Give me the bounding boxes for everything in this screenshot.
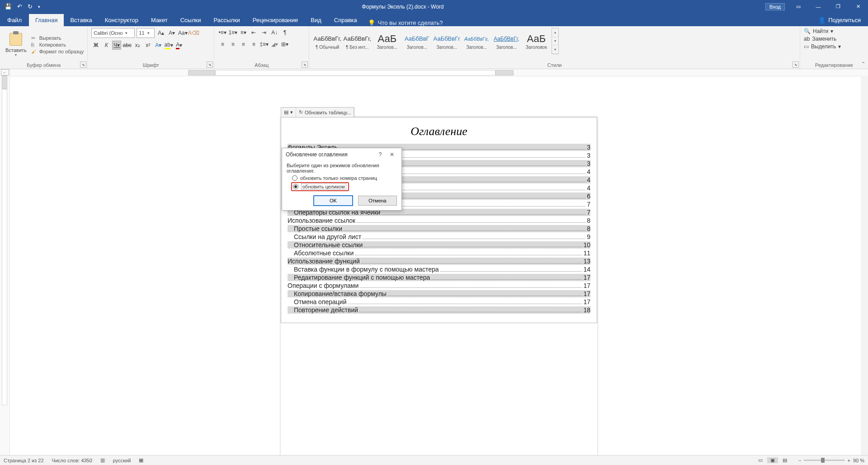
toc-line[interactable]: Использование ссылок8 [288, 217, 590, 224]
status-words[interactable]: Число слов: 4350 [52, 458, 92, 463]
font-size-select[interactable]: 11▾ [137, 28, 155, 38]
radio-update-page-numbers[interactable]: обновить только номера страниц [292, 175, 397, 181]
styles-gallery[interactable]: АаБбВвГг,¶ Обычный АаБбВвГг,¶ Без инт...… [313, 28, 796, 54]
numbering-button[interactable]: 1≡▾ [228, 28, 237, 37]
radio-update-entire[interactable]: обновить целиком [291, 182, 349, 191]
paste-dropdown-icon[interactable]: ▾ [15, 53, 17, 57]
tab-help[interactable]: Справка [328, 14, 363, 26]
ribbon-display-icon[interactable]: ▭ [788, 0, 808, 13]
minimize-icon[interactable]: — [808, 0, 828, 13]
bullets-button[interactable]: •≡▾ [218, 28, 227, 37]
underline-button[interactable]: Ч▾ [112, 41, 121, 50]
undo-icon[interactable]: ↶ [17, 3, 22, 10]
tab-review[interactable]: Рецензирование [246, 14, 304, 26]
tab-home[interactable]: Главная [29, 14, 64, 26]
redo-icon[interactable]: ↻ [28, 3, 33, 10]
ok-button[interactable]: OK [314, 196, 353, 206]
font-launcher-icon[interactable]: ⬊ [207, 61, 213, 68]
show-marks-button[interactable]: ¶ [280, 28, 289, 37]
font-name-select[interactable]: Calibri (Осно▾ [91, 28, 135, 38]
line-spacing-button[interactable]: ‡≡▾ [259, 40, 269, 49]
paragraph-launcher-icon[interactable]: ⬊ [302, 61, 308, 68]
strikethrough-button[interactable]: abc [123, 41, 132, 50]
web-layout-icon[interactable]: ▤ [779, 457, 790, 463]
toc-line[interactable]: Вставка функции в формулу с помощью маст… [288, 266, 590, 273]
replace-button[interactable]: abЗаменить [804, 36, 864, 42]
superscript-button[interactable]: x² [143, 41, 152, 50]
clipboard-launcher-icon[interactable]: ⬊ [80, 61, 86, 68]
styles-scroll[interactable]: ▴▾▾ [552, 28, 559, 54]
toc-menu-button[interactable]: ▤▾ [281, 108, 296, 117]
status-page[interactable]: Страница 2 из 22 [4, 458, 44, 463]
justify-button[interactable]: ≡ [249, 40, 258, 49]
paste-button[interactable]: Вставить ▾ [4, 28, 28, 61]
italic-button[interactable]: К [102, 41, 111, 50]
tab-selector[interactable]: ⌐ [1, 69, 9, 75]
zoom-out-button[interactable]: − [798, 458, 801, 463]
change-case-button[interactable]: Aa▾ [178, 28, 187, 38]
style-heading-2[interactable]: АаБбВвГЗаголов... [402, 28, 431, 54]
zoom-slider[interactable] [804, 460, 844, 461]
styles-more-icon[interactable]: ▾ [552, 45, 558, 54]
toc-line[interactable]: Относительные ссылки10 [288, 241, 590, 249]
bold-button[interactable]: Ж [91, 41, 100, 50]
increase-indent-button[interactable]: ⇥ [259, 28, 269, 37]
tab-layout[interactable]: Макет [145, 14, 174, 26]
document-area[interactable]: ▤▾ ↻Обновить таблицу... Оглавление Форму… [10, 76, 868, 455]
style-no-spacing[interactable]: АаБбВвГг,¶ Без инт... [343, 28, 372, 54]
toc-line[interactable]: Отмена операций17 [288, 298, 590, 305]
macro-icon[interactable]: ▦ [139, 457, 143, 463]
toc-line[interactable]: Повторение действий18 [288, 306, 590, 314]
tell-me-search[interactable]: 💡 Что вы хотите сделать? [368, 19, 443, 26]
align-right-button[interactable]: ≡ [239, 40, 248, 49]
multilevel-button[interactable]: ≡▾ [239, 28, 248, 37]
toc-line[interactable]: Ссылки на другой лист9 [288, 233, 590, 240]
login-button[interactable]: Вход [765, 3, 785, 10]
styles-launcher-icon[interactable]: ⬊ [793, 61, 799, 68]
tab-insert[interactable]: Вставка [64, 14, 98, 26]
toc-line[interactable]: Абсолютные ссылки11 [288, 249, 590, 257]
zoom-value[interactable]: 90 % [853, 458, 864, 463]
collapse-ribbon-icon[interactable]: ⌃ [861, 61, 865, 67]
close-icon[interactable]: ✕ [848, 0, 868, 13]
style-heading-4[interactable]: АаБбВвГг,Заголов... [462, 28, 491, 54]
chevron-down-icon[interactable]: ▾ [552, 37, 558, 46]
toc-line[interactable]: Редактирование функций с помощью мастера… [288, 274, 590, 281]
read-mode-icon[interactable]: ▭ [755, 457, 766, 463]
shading-button[interactable]: ◢▾ [270, 40, 279, 49]
style-heading-3[interactable]: АаБбВвГгЗаголов... [432, 28, 461, 54]
dialog-close-icon[interactable]: ✕ [386, 151, 398, 158]
text-effects-button[interactable]: A▾ [154, 41, 163, 50]
toc-line[interactable]: Операции с формулами17 [288, 282, 590, 289]
style-title[interactable]: АаБЗаголовок [522, 28, 551, 54]
spellcheck-icon[interactable]: ▥ [100, 457, 105, 463]
borders-button[interactable]: ⊞▾ [280, 40, 289, 49]
style-heading-5[interactable]: АаБбВвГг,Заголов... [492, 28, 521, 54]
tab-file[interactable]: Файл [0, 14, 29, 26]
tab-view[interactable]: Вид [304, 14, 328, 26]
clear-formatting-button[interactable]: A⌫ [189, 28, 198, 38]
copy-button[interactable]: ⎘Копировать [31, 42, 84, 47]
highlight-button[interactable]: ab▾ [164, 41, 173, 50]
dialog-help-icon[interactable]: ? [374, 151, 386, 158]
grow-font-button[interactable]: A▴ [156, 28, 165, 38]
style-heading-1[interactable]: АаБЗаголов... [373, 28, 401, 54]
vertical-scrollbar[interactable] [861, 76, 868, 455]
subscript-button[interactable]: x₂ [133, 41, 142, 50]
toc-line[interactable]: Простые ссылки8 [288, 225, 590, 232]
sort-button[interactable]: A↓ [270, 28, 279, 37]
find-button[interactable]: 🔍Найти ▾ [804, 28, 864, 34]
font-color-button[interactable]: A▾ [175, 41, 184, 50]
print-layout-icon[interactable]: ▣ [767, 457, 778, 463]
cut-button[interactable]: ✂Вырезать [31, 35, 84, 41]
tab-references[interactable]: Ссылки [174, 14, 208, 26]
style-normal[interactable]: АаБбВвГг,¶ Обычный [313, 28, 342, 54]
status-language[interactable]: русский [113, 458, 131, 463]
shrink-font-button[interactable]: A▾ [167, 28, 176, 38]
format-painter-button[interactable]: 🖌Формат по образцу [31, 49, 84, 54]
cancel-button[interactable]: Отмена [358, 196, 397, 206]
toc-line[interactable]: Копирование/вставка формулы17 [288, 290, 590, 297]
tab-design[interactable]: Конструктор [99, 14, 145, 26]
align-left-button[interactable]: ≡ [218, 40, 227, 49]
tab-mailings[interactable]: Рассылки [207, 14, 246, 26]
